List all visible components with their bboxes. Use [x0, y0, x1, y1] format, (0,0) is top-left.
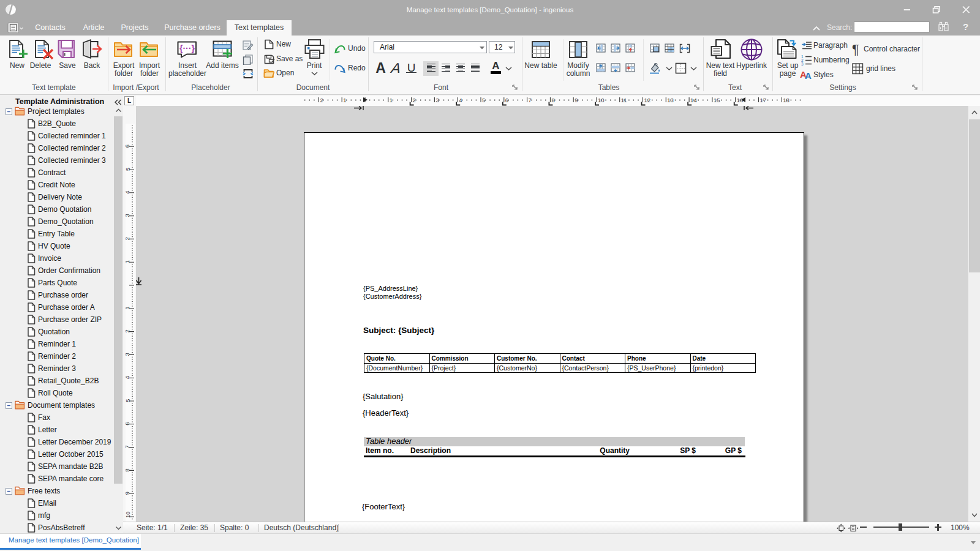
svg-text:7: 7 [529, 97, 532, 103]
svg-text:3: 3 [126, 214, 131, 217]
svg-text:7: 7 [126, 445, 131, 448]
svg-text:2: 2 [126, 237, 131, 240]
svg-text:1: 1 [343, 97, 346, 103]
svg-text:17: 17 [760, 97, 767, 103]
svg-text:3: 3 [801, 62, 804, 66]
svg-text:8: 8 [551, 97, 554, 103]
svg-text:1: 1 [390, 97, 393, 103]
svg-text:4: 4 [126, 191, 131, 194]
svg-text:6: 6 [505, 97, 508, 103]
svg-text:3: 3 [126, 353, 131, 356]
svg-text:9: 9 [126, 492, 131, 495]
svg-text:5: 5 [126, 168, 131, 171]
svg-text:15: 15 [714, 97, 720, 103]
svg-text:5: 5 [482, 97, 485, 103]
svg-text:18: 18 [783, 97, 790, 103]
svg-text:6: 6 [126, 422, 131, 425]
svg-text:4: 4 [126, 376, 131, 379]
svg-text:{···}: {···} [179, 43, 195, 53]
svg-text:8: 8 [126, 468, 131, 471]
svg-text:4: 4 [459, 97, 462, 103]
svg-text:12: 12 [644, 97, 651, 103]
svg-text:11: 11 [621, 97, 627, 103]
svg-text:2: 2 [413, 97, 416, 103]
svg-text:6: 6 [126, 144, 131, 148]
svg-text:13: 13 [667, 97, 674, 103]
svg-text:1: 1 [126, 307, 131, 310]
svg-text:5: 5 [126, 399, 131, 402]
svg-text:2: 2 [320, 97, 323, 103]
svg-text:2: 2 [126, 329, 131, 332]
svg-text:14: 14 [690, 97, 697, 103]
svg-text:10: 10 [598, 97, 605, 103]
svg-text:A: A [805, 70, 812, 80]
svg-text:10: 10 [126, 511, 131, 518]
svg-text:1: 1 [126, 260, 131, 263]
svg-text:3: 3 [435, 97, 439, 103]
svg-text:9: 9 [575, 97, 578, 103]
